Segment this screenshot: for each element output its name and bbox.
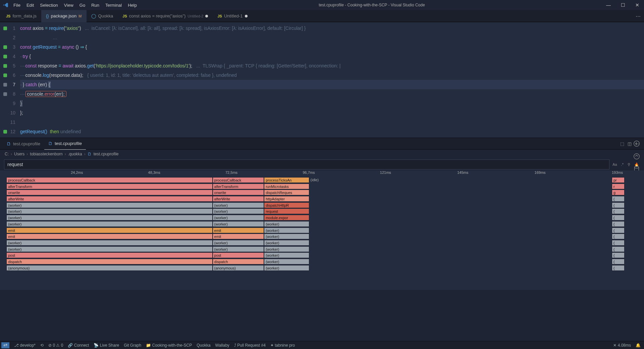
- status-quokka[interactable]: Quokka: [197, 343, 210, 348]
- js-icon: JS: [122, 14, 127, 18]
- modified-badge: M: [78, 14, 82, 18]
- editor-tabs: JSform_data.js {}package.jsonM ◯Quokka J…: [0, 10, 644, 22]
- flame-chart[interactable]: processCallbackprocessCallbackprocessTic…: [0, 177, 644, 290]
- tab-form-data[interactable]: JSform_data.js: [1, 10, 41, 22]
- regex-button[interactable]: .*: [620, 161, 625, 167]
- status-timing[interactable]: ✕ 4.08ms: [613, 343, 631, 348]
- flame-view-icon[interactable]: ⬚: [620, 141, 624, 146]
- menu-go[interactable]: Go: [77, 1, 88, 9]
- coverage-marker: [3, 45, 7, 49]
- tab-package-json[interactable]: {}package.jsonM: [41, 10, 86, 22]
- minimize-button[interactable]: —: [604, 2, 613, 8]
- search-input[interactable]: [4, 159, 609, 169]
- status-branch[interactable]: ⎇ develop*: [14, 343, 36, 348]
- menu-selection[interactable]: Selection: [37, 1, 60, 9]
- svg-point-10: [635, 166, 639, 168]
- panel-tab-profile-1[interactable]: 🗋test.cpuprofile: [3, 138, 44, 150]
- menu-edit[interactable]: Edit: [24, 1, 37, 9]
- code-editor[interactable]: 1 2 3 4 5 6 7 8 9 10 11 12 const axios =…: [0, 22, 644, 138]
- menu-view[interactable]: View: [61, 1, 76, 9]
- line-gutter: 1 2 3 4 5 6 7 8 9 10 11 12: [0, 22, 20, 138]
- menu-file[interactable]: File: [11, 1, 23, 9]
- coverage-marker: [3, 73, 7, 77]
- window-controls: — ☐ ✕: [604, 2, 641, 8]
- file-icon: 🗋: [88, 152, 92, 156]
- status-problems[interactable]: ⊘ 0 ⚠ 0: [48, 343, 63, 348]
- js-icon: JS: [6, 14, 10, 18]
- tab-overflow-button[interactable]: ⋯: [636, 13, 641, 19]
- match-case-button[interactable]: Aa: [611, 161, 618, 167]
- status-gitgraph[interactable]: Git Graph: [124, 343, 141, 348]
- status-pr[interactable]: ⤴ Pull Request #4: [234, 343, 266, 348]
- dirty-indicator: [205, 15, 208, 17]
- outline-icon[interactable]: [633, 152, 641, 160]
- close-button[interactable]: ✕: [633, 2, 641, 8]
- zap-icon[interactable]: [633, 140, 641, 148]
- status-wallaby[interactable]: Wallaby: [215, 343, 229, 348]
- tab-untitled-2[interactable]: JSconst axios = require("axios") Untitle…: [118, 10, 213, 22]
- vscode-logo-icon: [3, 2, 9, 8]
- menu-terminal[interactable]: Terminal: [103, 1, 124, 9]
- time-axis: 24,2ms 48,3ms 72,5ms 96,7ms 121ms 145ms …: [0, 170, 644, 177]
- status-workspace[interactable]: 📁 Cooking-with-the-SCP: [146, 343, 192, 348]
- svg-point-9: [634, 154, 640, 159]
- js-icon: JS: [217, 14, 222, 18]
- coverage-marker: [3, 92, 7, 96]
- tab-untitled-1[interactable]: JSUntitled-1: [213, 10, 252, 22]
- coverage-marker: [3, 55, 7, 58]
- menu-run[interactable]: Run: [89, 1, 102, 9]
- code-content[interactable]: const axios = require("axios") ... isCan…: [20, 22, 644, 138]
- dirty-indicator: [245, 15, 248, 17]
- status-tabnine[interactable]: ✦ tabnine pro: [270, 343, 295, 348]
- breadcrumb[interactable]: C:› Users› tobiassteckenborn› .quokka› 🗋…: [0, 150, 644, 158]
- status-bar: ⮂ ⎇ develop* ⟲ ⊘ 0 ⚠ 0 🔗 Connect 📡 Live …: [0, 341, 644, 349]
- panel-tab-profile-2[interactable]: 🗋test.cpuprofile: [44, 138, 86, 150]
- maximize-button[interactable]: ☐: [619, 2, 627, 8]
- menu-help[interactable]: Help: [125, 1, 140, 9]
- status-bell[interactable]: 🔔: [636, 343, 641, 348]
- json-icon: {}: [46, 13, 49, 18]
- coverage-marker: [3, 130, 7, 134]
- titlebar: File Edit Selection View Go Run Terminal…: [0, 0, 644, 10]
- profile-search: Aa .* ⚲ 🔥: [0, 158, 644, 170]
- panel-tabs: 🗋test.cpuprofile 🗋test.cpuprofile ⬚ ◫ ⋯: [0, 138, 644, 150]
- status-connect[interactable]: 🔗 Connect: [68, 343, 89, 348]
- coverage-marker: [3, 83, 7, 87]
- status-sync[interactable]: ⟲: [40, 343, 44, 348]
- window-title: test.cpuprofile - Cooking-with-the-SCP -…: [140, 3, 604, 7]
- tab-quokka[interactable]: ◯Quokka: [87, 10, 118, 22]
- remote-button[interactable]: ⮂: [1, 342, 9, 348]
- status-liveshare[interactable]: 📡 Live Share: [94, 343, 119, 348]
- quokka-icon: ◯: [91, 13, 96, 18]
- file-icon: 🗋: [7, 141, 11, 146]
- coverage-marker: [3, 64, 7, 68]
- main-menu: File Edit Selection View Go Run Terminal…: [11, 1, 140, 9]
- coverage-marker: [3, 27, 7, 30]
- file-icon: 🗋: [48, 141, 53, 146]
